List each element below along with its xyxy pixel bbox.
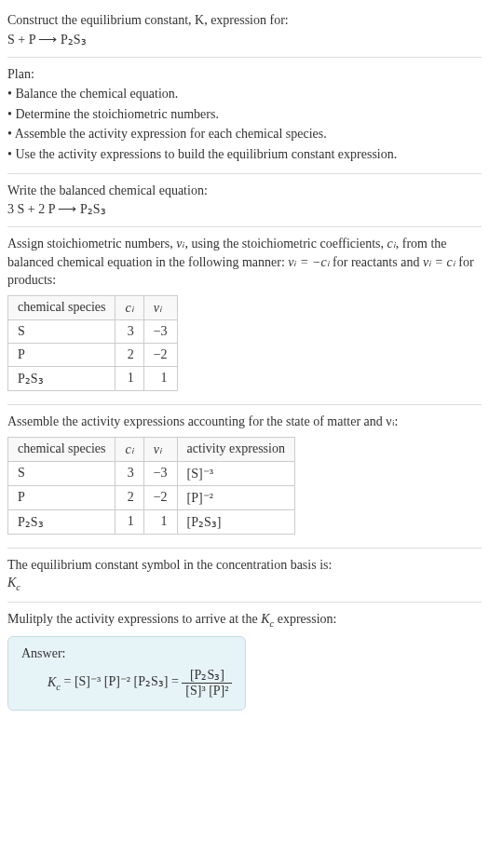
th-nu: νᵢ: [143, 295, 177, 319]
stoich-table: chemical species cᵢ νᵢ S 3 −3 P 2 −2 P₂S…: [7, 295, 178, 391]
cell-ci: 3: [115, 461, 143, 485]
th-ci: cᵢ: [115, 295, 143, 319]
table-header-row: chemical species cᵢ νᵢ activity expressi…: [8, 437, 295, 461]
intro-line1: Construct the equilibrium constant, K, e…: [7, 13, 289, 27]
rel-products: νᵢ = cᵢ: [423, 255, 455, 269]
activity-section: Assemble the activity expressions accoun…: [7, 405, 482, 548]
plan-bullet-3: • Assemble the activity expression for e…: [7, 125, 482, 143]
balanced-lhs: 3 S + 2 P: [7, 202, 55, 216]
cell-species: P₂S₃: [8, 366, 115, 390]
cell-species: P: [8, 343, 115, 366]
unbalanced-equation: S + P ⟶ P₂S₃: [7, 32, 482, 47]
cell-nu: −2: [143, 485, 177, 509]
th-activity: activity expression: [177, 437, 294, 461]
kc-var: Kc: [48, 675, 61, 689]
arrow-icon: ⟶: [38, 33, 57, 47]
answer-fraction: [P₂S₃] [S]³ [P]²: [182, 667, 232, 698]
balanced-section: Write the balanced chemical equation: 3 …: [7, 174, 482, 227]
kc-symbol-text: The equilibrium constant symbol in the c…: [7, 556, 482, 575]
table-row: P₂S₃ 1 1: [8, 366, 178, 390]
stoich-d: for reactants and: [330, 255, 423, 269]
activity-intro: Assemble the activity expressions accoun…: [7, 413, 482, 431]
answer-box: Answer: Kc = [S]⁻³ [P]⁻² [P₂S₃] = [P₂S₃]…: [7, 636, 246, 711]
table-row: P 2 −2 [P]⁻²: [8, 485, 295, 509]
cell-nu: −3: [143, 461, 177, 485]
cell-species: P₂S₃: [8, 509, 115, 534]
frac-numerator: [P₂S₃]: [182, 667, 232, 684]
frac-denominator: [S]³ [P]²: [182, 684, 232, 698]
answer-expr: = [S]⁻³ [P]⁻² [P₂S₃] =: [61, 675, 182, 689]
cell-ci: 1: [115, 509, 143, 534]
stoich-text: Assign stoichiometric numbers, νᵢ, using…: [7, 235, 482, 290]
cell-nu: −2: [143, 343, 177, 366]
cell-ci: 2: [115, 343, 143, 366]
th-ci: cᵢ: [115, 437, 143, 461]
cell-nu: 1: [143, 366, 177, 390]
cell-activity: [P]⁻²: [177, 485, 294, 509]
stoich-b: , using the stoichiometric coefficients,: [184, 237, 387, 251]
cell-nu: −3: [143, 319, 177, 343]
stoich-a: Assign stoichiometric numbers,: [7, 237, 176, 251]
ci-symbol: cᵢ: [387, 237, 396, 251]
plan-bullet-2: • Determine the stoichiometric numbers.: [7, 105, 482, 124]
th-species: chemical species: [8, 295, 115, 319]
multiply-text: Mulitply the activity expressions to arr…: [7, 610, 482, 631]
cell-species: S: [8, 319, 115, 343]
cell-species: S: [8, 461, 115, 485]
intro-text: Construct the equilibrium constant, K, e…: [7, 11, 482, 30]
table-header-row: chemical species cᵢ νᵢ: [8, 295, 178, 319]
th-nu: νᵢ: [143, 437, 177, 461]
stoich-section: Assign stoichiometric numbers, νᵢ, using…: [7, 227, 482, 404]
plan-section: Plan: • Balance the chemical equation. •…: [7, 58, 482, 173]
balanced-rhs: P₂S₃: [80, 202, 106, 216]
intro-section: Construct the equilibrium constant, K, e…: [7, 4, 482, 57]
cell-species: P: [8, 485, 115, 509]
cell-activity: [P₂S₃]: [177, 509, 294, 534]
eq-product: P₂S₃: [61, 33, 87, 47]
table-row: S 3 −3 [S]⁻³: [8, 461, 295, 485]
rel-reactants: νᵢ = −cᵢ: [288, 255, 329, 269]
cell-ci: 1: [115, 366, 143, 390]
kc-symbol: Kc: [7, 576, 482, 592]
table-row: P₂S₃ 1 1 [P₂S₃]: [8, 509, 295, 534]
balanced-heading: Write the balanced chemical equation:: [7, 182, 482, 200]
multiply-section: Mulitply the activity expressions to arr…: [7, 603, 482, 718]
th-species: chemical species: [8, 437, 115, 461]
kc-label: Kc: [7, 576, 20, 590]
cell-activity: [S]⁻³: [177, 461, 294, 485]
balanced-equation: 3 S + 2 P ⟶ P₂S₃: [7, 201, 482, 217]
table-row: P 2 −2: [8, 343, 178, 366]
cell-ci: 3: [115, 319, 143, 343]
plan-bullet-4: • Use the activity expressions to build …: [7, 145, 482, 164]
eq-lhs: S + P: [7, 33, 35, 47]
arrow-icon: ⟶: [58, 202, 76, 216]
cell-ci: 2: [115, 485, 143, 509]
answer-label: Answer:: [21, 646, 232, 661]
answer-equation: Kc = [S]⁻³ [P]⁻² [P₂S₃] = [P₂S₃] [S]³ [P…: [21, 667, 232, 698]
activity-table: chemical species cᵢ νᵢ activity expressi…: [7, 437, 295, 535]
table-row: S 3 −3: [8, 319, 178, 343]
cell-nu: 1: [143, 509, 177, 534]
plan-bullet-1: • Balance the chemical equation.: [7, 85, 482, 103]
plan-heading: Plan:: [7, 65, 482, 84]
kc-symbol-section: The equilibrium constant symbol in the c…: [7, 549, 482, 602]
